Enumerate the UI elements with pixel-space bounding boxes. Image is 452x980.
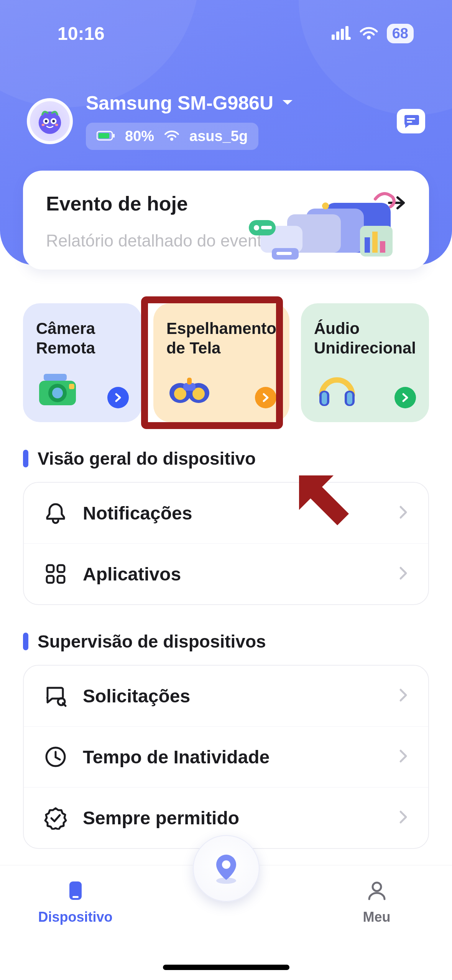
svg-rect-28 <box>365 237 370 253</box>
row-label: Notificações <box>83 503 384 524</box>
location-pin-icon <box>208 850 245 887</box>
wifi-small-icon <box>164 128 179 145</box>
cellular-icon <box>332 23 351 44</box>
svg-point-11 <box>42 123 45 126</box>
svg-point-26 <box>322 202 329 209</box>
device-status-chip: 80% asus_5g <box>86 123 258 150</box>
go-icon <box>255 387 276 408</box>
svg-point-10 <box>52 120 55 122</box>
device-header: Samsung SM-G986U 80% asus_5g <box>0 50 452 150</box>
device-wifi-name: asus_5g <box>189 128 248 145</box>
svg-rect-1 <box>336 31 339 40</box>
event-title: Evento de hoje <box>46 192 188 215</box>
tab-label: Dispositivo <box>38 909 112 925</box>
svg-rect-33 <box>44 374 67 381</box>
section-text: Supervisão de dispositivos <box>38 631 266 652</box>
section-bar <box>23 450 28 467</box>
tab-label: Meu <box>363 909 391 925</box>
status-time: 10:16 <box>58 23 105 44</box>
svg-rect-32 <box>276 252 292 255</box>
tile-one-way-audio[interactable]: Áudio Unidirecional <box>301 303 429 422</box>
svg-rect-25 <box>261 226 272 229</box>
tile-title: Espelhamento de Tela <box>166 319 276 358</box>
event-card[interactable]: Evento de hoje Relatório detalhado do ev… <box>23 171 429 270</box>
device-tab-icon <box>64 879 87 902</box>
row-apps[interactable]: Aplicativos <box>24 543 428 604</box>
svg-rect-50 <box>47 576 54 583</box>
svg-rect-3 <box>345 26 348 40</box>
overview-card: Notificações Aplicativos <box>23 482 429 605</box>
row-requests[interactable]: Solicitações <box>24 666 428 726</box>
section-supervision-title: Supervisão de dispositivos <box>0 631 452 652</box>
svg-rect-48 <box>47 565 54 572</box>
chevron-down-icon <box>282 99 293 108</box>
clock-icon <box>44 745 67 769</box>
camera-icon <box>36 370 82 408</box>
svg-point-58 <box>222 860 230 869</box>
svg-rect-43 <box>187 378 192 385</box>
user-tab-icon <box>365 879 388 902</box>
row-notifications[interactable]: Notificações <box>24 483 428 543</box>
svg-point-4 <box>348 37 351 40</box>
apps-icon <box>44 562 67 586</box>
svg-rect-49 <box>58 565 64 572</box>
tile-screen-mirroring[interactable]: Espelhamento de Tela <box>153 303 289 422</box>
section-text: Visão geral do dispositivo <box>38 448 256 469</box>
svg-rect-51 <box>58 576 64 583</box>
svg-point-36 <box>52 388 63 398</box>
svg-rect-47 <box>347 392 352 404</box>
row-label: Sempre permitido <box>83 807 384 829</box>
status-bar: 10:16 68 <box>0 23 452 44</box>
svg-rect-17 <box>407 118 415 120</box>
svg-rect-14 <box>99 133 109 138</box>
section-overview-title: Visão geral do dispositivo <box>0 448 452 469</box>
device-selector[interactable]: Samsung SM-G986U <box>86 92 389 114</box>
tile-title: Câmera Remota <box>36 319 129 358</box>
badge-check-icon <box>44 806 67 830</box>
headphones-icon <box>314 370 360 408</box>
supervision-card: Solicitações Tempo de Inatividade Sempre… <box>23 665 429 849</box>
row-label: Aplicativos <box>83 564 384 585</box>
svg-rect-46 <box>322 392 327 404</box>
chevron-right-icon <box>399 810 408 825</box>
svg-rect-37 <box>69 384 74 389</box>
svg-rect-55 <box>72 896 79 898</box>
row-downtime[interactable]: Tempo de Inatividade <box>24 726 428 787</box>
device-name: Samsung SM-G986U <box>86 92 273 114</box>
requests-icon <box>44 684 67 708</box>
chevron-right-icon <box>399 566 408 582</box>
svg-point-12 <box>55 123 58 126</box>
battery-icon <box>97 128 115 145</box>
tab-mine[interactable]: Meu <box>301 879 452 925</box>
binoculars-icon <box>166 370 212 408</box>
go-icon <box>107 387 129 408</box>
fab-location[interactable] <box>193 835 260 902</box>
status-battery: 68 <box>387 24 414 43</box>
section-bar <box>23 633 28 650</box>
tile-title: Áudio Unidirecional <box>314 319 416 358</box>
wifi-icon <box>359 23 378 44</box>
hero-header: 10:16 68 Samsung SM-G986U <box>0 0 452 265</box>
event-illustration <box>245 187 406 260</box>
svg-point-9 <box>45 120 48 122</box>
tab-device[interactable]: Dispositivo <box>0 879 151 925</box>
row-label: Tempo de Inatividade <box>83 747 384 768</box>
svg-rect-30 <box>380 241 385 253</box>
home-indicator[interactable] <box>163 965 289 970</box>
svg-rect-18 <box>407 121 412 123</box>
device-avatar[interactable] <box>27 98 73 144</box>
tile-remote-camera[interactable]: Câmera Remota <box>23 303 142 422</box>
svg-point-16 <box>170 138 173 141</box>
go-icon <box>394 387 416 408</box>
svg-point-24 <box>254 225 259 230</box>
svg-rect-2 <box>341 29 344 40</box>
row-label: Solicitações <box>83 686 384 707</box>
chevron-right-icon <box>399 749 408 765</box>
chat-button[interactable] <box>397 109 425 133</box>
chevron-right-icon <box>399 688 408 704</box>
svg-rect-0 <box>332 35 335 40</box>
status-right: 68 <box>332 23 414 44</box>
svg-point-5 <box>367 36 371 39</box>
svg-rect-29 <box>372 232 378 253</box>
svg-rect-15 <box>113 134 115 138</box>
